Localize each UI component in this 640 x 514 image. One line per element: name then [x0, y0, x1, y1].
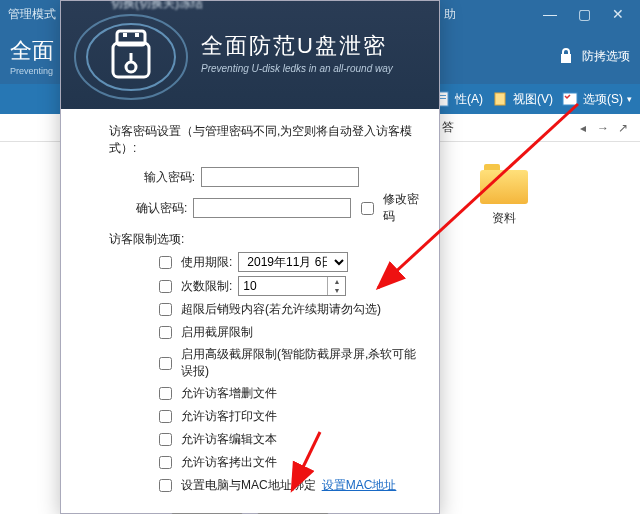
allow-add-del-checkbox[interactable]: [159, 387, 172, 400]
folder-item[interactable]: 资料: [480, 164, 528, 227]
toolbar-attributes[interactable]: 性(A): [433, 90, 483, 108]
allow-copyout-checkbox[interactable]: [159, 456, 172, 469]
change-password-checkbox[interactable]: [361, 202, 374, 215]
toolbar-view[interactable]: 视图(V): [491, 90, 553, 108]
folder-label: 资料: [480, 210, 528, 227]
nav-back-icon[interactable]: ◂: [576, 121, 590, 135]
pwd2-label: 确认密码:: [135, 200, 187, 217]
brand-cn: 全面: [10, 36, 54, 66]
svg-rect-3: [495, 93, 505, 105]
nav-fwd-icon[interactable]: →: [596, 121, 610, 135]
allow-print-label: 允许访客打印文件: [181, 408, 277, 425]
cap-limit-checkbox[interactable]: [159, 326, 172, 339]
count-limit-label: 次数限制:: [181, 278, 232, 295]
use-until-checkbox[interactable]: [159, 256, 172, 269]
cap-limit-label: 启用截屏限制: [181, 324, 253, 341]
help-fragment: 助: [444, 6, 456, 23]
toolbar-options[interactable]: 选项(S) ▾: [561, 90, 632, 108]
svg-rect-4: [563, 93, 577, 105]
over-destroy-checkbox[interactable]: [159, 303, 172, 316]
banner-cn: 全面防范U盘泄密: [201, 31, 393, 61]
page-icon: [491, 90, 509, 108]
minimize-button[interactable]: ―: [536, 4, 564, 24]
nav-up-icon[interactable]: ↗: [616, 121, 630, 135]
adv-cap-checkbox[interactable]: [159, 357, 172, 370]
lock-icon: [556, 46, 576, 66]
maximize-button[interactable]: ▢: [570, 4, 598, 24]
checklist-icon: [561, 90, 579, 108]
banner-en: Preventing U-disk ledks in an all-round …: [201, 63, 393, 74]
allow-edit-label: 允许访客编辑文本: [181, 431, 277, 448]
count-limit-value[interactable]: [239, 279, 327, 293]
stray-char: 答: [442, 119, 454, 136]
count-limit-checkbox[interactable]: [159, 280, 172, 293]
count-limit-spinner[interactable]: ▲▼: [238, 276, 346, 296]
password-input[interactable]: [201, 167, 359, 187]
brand-en: Preventing: [10, 66, 54, 76]
use-until-date[interactable]: 2019年11月 6日: [238, 252, 348, 272]
allow-copyout-label: 允许访客拷出文件: [181, 454, 277, 471]
section-limit-title: 访客限制选项:: [109, 231, 425, 248]
allow-edit-checkbox[interactable]: [159, 433, 172, 446]
close-button[interactable]: ✕: [604, 4, 632, 24]
copy-protect-label: 防拷选项: [582, 48, 630, 65]
svg-rect-10: [135, 33, 139, 37]
mac-link[interactable]: 设置MAC地址: [322, 477, 397, 494]
spin-down-icon[interactable]: ▼: [328, 286, 345, 295]
spin-up-icon[interactable]: ▲: [328, 277, 345, 286]
folder-icon: [480, 164, 528, 204]
mac-bind-label: 设置电脑与MAC地址绑定: [181, 477, 316, 494]
use-until-label: 使用期限:: [181, 254, 232, 271]
pwd-label: 输入密码:: [135, 169, 195, 186]
dialog-banner: 切换(切换关)冻结 全面防范U盘泄密 Preventing U-disk led…: [61, 1, 439, 109]
guest-settings-dialog: 切换(切换关)冻结 全面防范U盘泄密 Preventing U-disk led…: [60, 0, 440, 514]
allow-print-checkbox[interactable]: [159, 410, 172, 423]
dropdown-icon: ▾: [627, 94, 632, 104]
usb-shield-icon: [71, 11, 191, 103]
mac-bind-checkbox[interactable]: [159, 479, 172, 492]
svg-rect-9: [123, 33, 127, 37]
over-destroy-label: 超限后销毁内容(若允许续期请勿勾选): [181, 301, 381, 318]
password-confirm-input[interactable]: [193, 198, 351, 218]
allow-add-del-label: 允许访客增删文件: [181, 385, 277, 402]
copy-protect-button[interactable]: 防拷选项: [556, 46, 630, 66]
change-password-label: 修改密码: [383, 191, 425, 225]
adv-cap-label: 启用高级截屏限制(智能防截屏录屏,杀软可能误报): [181, 346, 425, 380]
section-password-title: 访客密码设置（与管理密码不同,为空则将自动登入访客模式）:: [109, 123, 425, 157]
